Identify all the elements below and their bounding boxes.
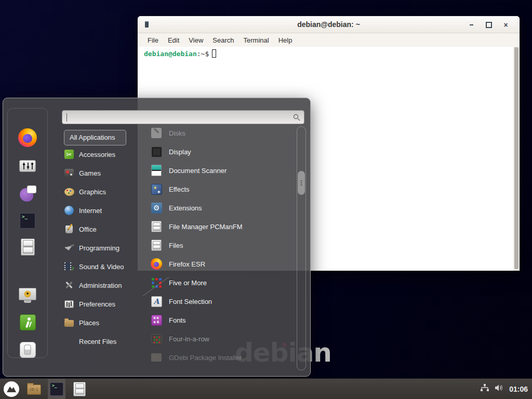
document-scanner-icon — [151, 165, 162, 176]
menu-scrollbar[interactable] — [297, 126, 306, 370]
maximize-icon[interactable] — [480, 19, 497, 31]
favorite-files[interactable] — [18, 237, 37, 257]
file-manager-icon — [151, 221, 162, 232]
network-icon[interactable] — [480, 384, 489, 394]
favorite-shutdown[interactable] — [18, 340, 37, 360]
logout-icon — [20, 314, 36, 330]
application-menu: All Applications Accessories Games Graph… — [3, 98, 311, 377]
favorite-lock-screen[interactable] — [18, 284, 37, 304]
category-accessories[interactable]: Accessories — [64, 145, 144, 164]
category-administration[interactable]: Administration — [64, 276, 144, 295]
firefox-icon — [151, 258, 162, 270]
fonts-icon: a a a & — [151, 315, 162, 326]
favorite-firefox[interactable] — [18, 128, 37, 148]
app-disks[interactable]: Disks — [150, 124, 295, 142]
gdebi-icon — [151, 353, 162, 362]
app-file-manager-pcmanfm[interactable]: File Manager PCManFM — [150, 217, 295, 236]
mixer-icon — [19, 160, 36, 172]
application-list: Disks Display Document Scanner Effects ⚙… — [150, 124, 295, 367]
terminal-prompt: debian@debian:~$ — [144, 49, 216, 58]
category-recent-files[interactable]: Recent Files — [64, 332, 144, 351]
office-icon — [65, 225, 73, 233]
close-icon[interactable]: × — [497, 19, 514, 31]
preferences-icon — [64, 300, 74, 308]
menu-terminal[interactable]: Terminal — [239, 35, 274, 46]
sound-video-icon — [64, 261, 74, 272]
folder-icon — [27, 384, 41, 395]
app-firefox-esr[interactable]: Firefox ESR — [150, 255, 295, 273]
menu-help[interactable]: Help — [274, 35, 297, 46]
app-gdebi-package-installer[interactable]: GDebi Package Installer — [150, 348, 295, 367]
search-icon — [293, 114, 300, 123]
mountain-logo-icon — [3, 381, 20, 397]
text-caret — [66, 113, 67, 122]
volume-icon[interactable] — [495, 384, 504, 394]
all-applications-button[interactable]: All Applications — [64, 130, 126, 145]
administration-tools-icon — [64, 280, 74, 290]
terminal-scrollbar-thumb[interactable] — [514, 47, 518, 269]
app-effects[interactable]: Effects — [150, 180, 295, 198]
app-files[interactable]: Files — [150, 236, 295, 255]
category-internet[interactable]: Internet — [64, 201, 144, 220]
firefox-icon — [18, 128, 37, 147]
taskbar: 01:06 — [0, 378, 532, 399]
terminal-icon — [50, 382, 63, 396]
effects-icon — [151, 184, 162, 195]
app-document-scanner[interactable]: Document Scanner — [150, 161, 295, 180]
disks-icon — [151, 128, 162, 138]
menu-file[interactable]: File — [143, 35, 163, 46]
minimize-icon[interactable] — [463, 19, 480, 31]
four-in-a-row-icon — [151, 334, 162, 343]
favorite-logout[interactable] — [18, 312, 37, 332]
favorite-terminal[interactable] — [18, 211, 37, 231]
prompt-user: debian@debian — [144, 50, 197, 58]
window-controls: × — [463, 16, 514, 33]
menu-search-box[interactable] — [62, 110, 304, 124]
internet-globe-icon — [64, 206, 74, 215]
taskbar-files[interactable] — [71, 379, 88, 399]
menu-scrollbar-thumb[interactable] — [298, 171, 305, 195]
favorite-mixer[interactable] — [18, 156, 37, 176]
system-tray: 01:06 — [480, 384, 528, 394]
window-title: debian@debian: ~ — [138, 20, 520, 29]
taskbar-terminal-active[interactable] — [48, 379, 65, 399]
favorite-pidgin[interactable] — [18, 183, 37, 203]
shutdown-icon — [20, 342, 36, 358]
category-places[interactable]: Places — [64, 313, 144, 332]
prompt-path: :~$ — [197, 50, 209, 58]
menu-edit[interactable]: Edit — [163, 35, 184, 46]
places-folder-icon — [64, 320, 74, 327]
taskbar-clock[interactable]: 01:06 — [509, 385, 528, 393]
category-office[interactable]: Office — [64, 220, 144, 238]
category-graphics[interactable]: Graphics — [64, 182, 144, 201]
app-font-selection[interactable]: AFont Selection — [150, 292, 295, 311]
file-cabinet-icon — [21, 238, 35, 256]
file-cabinet-icon — [73, 382, 86, 396]
favorites-panel — [7, 108, 48, 358]
display-icon — [151, 147, 162, 157]
category-sound-video[interactable]: Sound & Video — [64, 257, 144, 276]
pidgin-icon — [19, 184, 36, 202]
terminal-icon — [20, 213, 35, 229]
app-fonts[interactable]: a a a &Fonts — [150, 311, 295, 329]
menu-search[interactable]: Search — [208, 35, 238, 46]
category-preferences[interactable]: Preferences — [64, 295, 144, 313]
app-four-in-a-row[interactable]: Four-in-a-row — [150, 329, 295, 348]
category-programming[interactable]: Programming — [64, 238, 144, 257]
terminal-scrollbar[interactable] — [513, 47, 520, 271]
terminal-cursor — [212, 49, 216, 58]
taskbar-file-manager[interactable] — [25, 379, 43, 399]
programming-icon — [64, 243, 74, 253]
lock-screen-icon — [19, 288, 36, 300]
app-display[interactable]: Display — [150, 142, 295, 161]
category-games[interactable]: Games — [64, 164, 144, 182]
games-icon — [64, 169, 74, 177]
terminal-titlebar[interactable]: debian@debian: ~ × — [138, 16, 520, 33]
font-selection-icon: A — [151, 296, 162, 307]
app-extensions[interactable]: ⚙Extensions — [150, 198, 295, 217]
menu-view[interactable]: View — [184, 35, 208, 46]
menu-button[interactable] — [3, 381, 20, 397]
graphics-icon — [64, 188, 74, 196]
app-five-or-more[interactable]: Five or More — [150, 273, 295, 292]
category-list: Accessories Games Graphics Internet Offi… — [64, 145, 144, 351]
